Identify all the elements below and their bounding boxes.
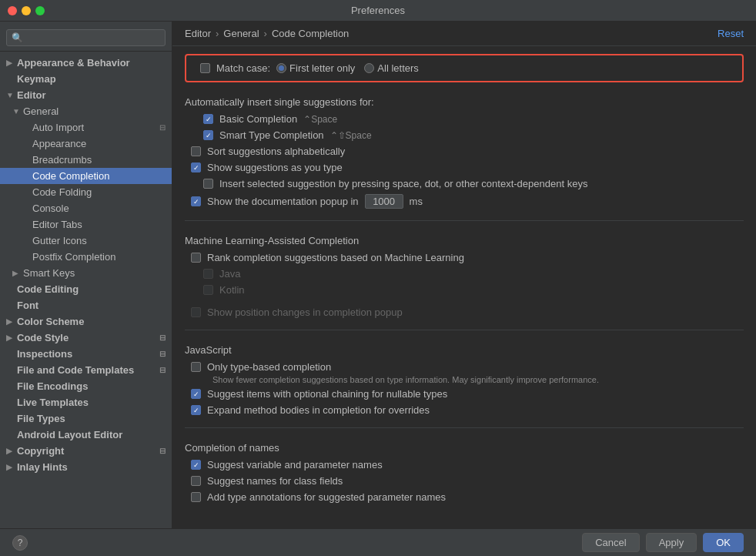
search-input[interactable] <box>6 29 166 46</box>
sidebar-item-label: Auto Import <box>32 122 84 133</box>
radio-label-all: All letters <box>377 62 418 74</box>
auto-insert-section: Automatically insert single suggestions … <box>172 89 756 214</box>
show-suggestions-checkbox[interactable] <box>191 162 201 172</box>
sidebar-item-code-completion[interactable]: Code Completion <box>0 168 172 184</box>
sidebar-item-file-code-templates[interactable]: File and Code Templates ⊟ <box>0 362 172 378</box>
separator-2 <box>185 330 744 330</box>
sidebar-item-appearance[interactable]: Appearance <box>0 136 172 152</box>
apply-button[interactable]: Apply <box>646 533 697 552</box>
position-changes-checkbox[interactable] <box>191 307 201 317</box>
sidebar-item-inspections[interactable]: Inspections ⊟ <box>0 346 172 362</box>
expand-method-row: Expand method bodies in completion for o… <box>185 402 744 418</box>
expand-arrow <box>6 463 14 471</box>
sidebar-item-editor-tabs[interactable]: Editor Tabs <box>0 216 172 233</box>
optional-chaining-checkbox[interactable] <box>191 389 201 399</box>
smart-type-checkbox[interactable] <box>203 130 213 140</box>
sidebar-item-file-encodings[interactable]: File Encodings <box>0 378 172 394</box>
sidebar-item-gutter-icons[interactable]: Gutter Icons <box>0 233 172 249</box>
class-fields-checkbox[interactable] <box>191 476 201 486</box>
sidebar-badge: ⊟ <box>159 333 166 342</box>
radio-first-letter[interactable]: First letter only <box>276 62 355 74</box>
sidebar-item-smart-keys[interactable]: Smart Keys <box>0 265 172 281</box>
cancel-button[interactable]: Cancel <box>582 533 639 552</box>
sidebar-item-postfix-completion[interactable]: Postfix Completion <box>0 249 172 265</box>
type-based-label: Only type-based completion <box>207 361 331 373</box>
match-case-checkbox[interactable] <box>200 63 210 73</box>
sidebar-item-copyright[interactable]: Copyright ⊟ <box>0 443 172 459</box>
match-case-highlight-box: Match case: First letter only All letter… <box>185 54 744 82</box>
sidebar-item-android-layout-editor[interactable]: Android Layout Editor <box>0 427 172 443</box>
close-button[interactable] <box>8 6 17 15</box>
sidebar-item-label: Code Completion <box>32 170 109 182</box>
sidebar-item-label: Code Style <box>17 332 69 343</box>
type-annotations-row: Add type annotations for suggested param… <box>185 489 744 505</box>
maximize-button[interactable] <box>35 6 45 15</box>
doc-popup-ms-input[interactable] <box>365 194 403 209</box>
ok-button[interactable]: OK <box>703 533 744 552</box>
kotlin-checkbox[interactable] <box>203 285 213 295</box>
type-annotations-label: Add type annotations for suggested param… <box>207 491 446 503</box>
sidebar-item-keymap[interactable]: Keymap <box>0 71 172 87</box>
sidebar-item-color-scheme[interactable]: Color Scheme <box>0 313 172 330</box>
sidebar-item-console[interactable]: Console <box>0 200 172 216</box>
breadcrumb-code-completion: Code Completion <box>272 28 349 39</box>
radio-all-letters[interactable]: All letters <box>364 62 418 74</box>
type-based-subtext: Show fewer completion suggestions based … <box>185 375 744 386</box>
sidebar-item-inlay-hints[interactable]: Inlay Hints <box>0 459 172 475</box>
insert-space-checkbox[interactable] <box>203 179 213 189</box>
sidebar-item-label: Editor Tabs <box>32 219 82 230</box>
sidebar-item-general[interactable]: General <box>0 103 172 119</box>
sidebar-badge: ⊟ <box>159 350 166 358</box>
window-controls[interactable] <box>8 6 45 15</box>
type-annotations-checkbox[interactable] <box>191 492 201 502</box>
sidebar-badge: ⊟ <box>159 123 166 132</box>
sidebar-item-label: Appearance <box>32 138 86 149</box>
minimize-button[interactable] <box>22 6 31 15</box>
names-section: Completion of names Suggest variable and… <box>172 434 756 508</box>
radio-label-first: First letter only <box>289 62 355 74</box>
names-section-title: Completion of names <box>185 437 744 457</box>
variable-names-label: Suggest variable and parameter names <box>207 459 383 471</box>
doc-popup-unit: ms <box>410 196 423 207</box>
rank-ml-label: Rank completion suggestions based on Mac… <box>207 252 464 263</box>
type-based-checkbox[interactable] <box>191 362 201 372</box>
sidebar-item-breadcrumbs[interactable]: Breadcrumbs <box>0 152 172 168</box>
sidebar-item-code-folding[interactable]: Code Folding <box>0 184 172 200</box>
bottom-bar: ? Cancel Apply OK <box>0 528 756 556</box>
basic-completion-checkbox[interactable] <box>203 114 213 124</box>
expand-method-checkbox[interactable] <box>191 405 201 415</box>
expand-arrow <box>6 317 14 326</box>
main-layout: Appearance & Behavior Keymap Editor Gene… <box>0 22 756 528</box>
sidebar-item-file-types[interactable]: File Types <box>0 410 172 427</box>
sidebar-item-code-editing[interactable]: Code Editing <box>0 281 172 297</box>
sidebar-item-auto-import[interactable]: Auto Import ⊟ <box>0 119 172 136</box>
expand-arrow <box>12 107 20 116</box>
sort-alphabetically-checkbox[interactable] <box>191 146 201 156</box>
basic-completion-row: Basic Completion ⌃Space <box>185 111 744 127</box>
show-doc-popup-checkbox[interactable] <box>191 196 201 206</box>
rank-ml-checkbox[interactable] <box>191 253 201 263</box>
help-button[interactable]: ? <box>12 535 28 551</box>
kotlin-row: Kotlin <box>185 282 744 298</box>
reset-button[interactable]: Reset <box>718 28 744 39</box>
sidebar-item-appearance-behavior[interactable]: Appearance & Behavior <box>0 55 172 71</box>
ml-section-title: Machine Learning-Assisted Completion <box>185 230 744 250</box>
expand-arrow <box>12 269 20 277</box>
match-case-label: Match case: <box>216 62 270 74</box>
sidebar-item-font[interactable]: Font <box>0 297 172 313</box>
sidebar-item-code-style[interactable]: Code Style ⊟ <box>0 330 172 346</box>
ml-section: Machine Learning-Assisted Completion Ran… <box>172 227 756 323</box>
sidebar-item-label: Font <box>17 300 38 311</box>
variable-names-checkbox[interactable] <box>191 460 201 470</box>
sidebar-item-editor[interactable]: Editor <box>0 87 172 103</box>
title-bar: Preferences <box>0 0 756 22</box>
sidebar-item-label: File and Code Templates <box>17 364 134 376</box>
java-checkbox[interactable] <box>203 269 213 279</box>
match-case-row: Match case: First letter only All letter… <box>194 60 734 76</box>
basic-completion-shortcut: ⌃Space <box>303 114 337 125</box>
sidebar-item-label: Editor <box>17 89 46 101</box>
rank-ml-row: Rank completion suggestions based on Mac… <box>185 250 744 266</box>
type-based-row: Only type-based completion <box>185 359 744 375</box>
sidebar-item-live-templates[interactable]: Live Templates <box>0 394 172 410</box>
java-row: Java <box>185 266 744 282</box>
